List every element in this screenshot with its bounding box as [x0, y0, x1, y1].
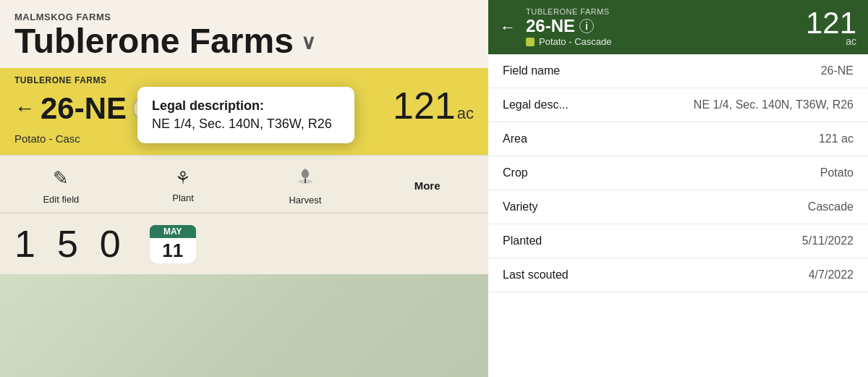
back-arrow-icon[interactable]: ←: [14, 97, 35, 120]
left-header: MALMSKOG FARMS Tublerone Farms ∨: [0, 0, 488, 68]
right-header-info: TUBLERONE FARMS 26-NE i Potato - Cascade: [526, 7, 799, 47]
detail-row[interactable]: Crop Potato: [488, 156, 868, 190]
farm-name-large: Tublerone Farms ∨: [14, 22, 474, 61]
more-button[interactable]: More: [399, 179, 456, 192]
pencil-icon: ✎: [53, 167, 69, 190]
more-label: More: [414, 179, 441, 192]
detail-row[interactable]: Last scouted 4/7/2022: [488, 258, 868, 292]
chevron-down-icon[interactable]: ∨: [301, 32, 316, 54]
right-back-arrow-icon[interactable]: ←: [500, 18, 516, 37]
detail-row[interactable]: Area 121 ac: [488, 122, 868, 156]
right-field-number: 26-NE i: [526, 16, 799, 36]
field-strip-label: TUBLERONE FARMS: [14, 75, 474, 85]
plant-icon: ⚘: [175, 168, 191, 188]
harvest-icon: [295, 166, 315, 190]
detail-key: Legal desc...: [503, 98, 694, 111]
right-crop: Potato - Cascade: [526, 36, 799, 47]
right-area: 121: [806, 6, 856, 40]
detail-key: Crop: [503, 166, 820, 179]
detail-row[interactable]: Field name 26-NE: [488, 54, 868, 88]
detail-row[interactable]: Variety Cascade: [488, 190, 868, 224]
field-area-unit: ac: [457, 96, 474, 131]
left-panel: MALMSKOG FARMS Tublerone Farms ∨ TUBLERO…: [0, 0, 488, 377]
detail-value: 4/7/2022: [809, 268, 854, 281]
plant-label: Plant: [172, 192, 194, 203]
action-bar: ✎ Edit field ⚘ Plant Harvest More: [0, 155, 488, 213]
detail-key: Field name: [503, 64, 821, 77]
calendar-month: MAY: [150, 225, 196, 238]
right-header: ← TUBLERONE FARMS 26-NE i Potato - Casca…: [488, 0, 868, 54]
detail-row[interactable]: Planted 5/11/2022: [488, 224, 868, 258]
legal-tooltip-text: NE 1/4, Sec. 140N, T36W, R26: [152, 117, 340, 132]
field-number: 26-NE: [41, 93, 127, 124]
detail-key: Last scouted: [503, 268, 809, 281]
legal-tooltip-title: Legal description:: [152, 98, 340, 114]
crop-color-dot: [526, 38, 535, 46]
right-field-num-text: 26-NE: [526, 16, 575, 36]
detail-value: NE 1/4, Sec. 140N, T36W, R26: [694, 98, 854, 111]
farm-name-small: MALMSKOG FARMS: [14, 12, 474, 22]
field-area: 121: [393, 87, 456, 124]
right-area-container: 121 ac: [806, 8, 856, 47]
right-info-icon[interactable]: i: [579, 19, 594, 33]
edit-field-button[interactable]: ✎ Edit field: [32, 167, 90, 205]
harvest-label: Harvest: [289, 195, 321, 206]
farm-name-text: Tublerone Farms: [14, 22, 294, 61]
bottom-area: 1 5 0 MAY 11: [0, 213, 488, 274]
detail-key: Planted: [503, 234, 802, 247]
right-panel: ← TUBLERONE FARMS 26-NE i Potato - Casca…: [488, 0, 868, 377]
detail-row[interactable]: Legal desc... NE 1/4, Sec. 140N, T36W, R…: [488, 88, 868, 122]
field-details-list: Field name 26-NE Legal desc... NE 1/4, S…: [488, 54, 868, 377]
calendar-day: 11: [150, 238, 196, 263]
plant-button[interactable]: ⚘ Plant: [154, 168, 212, 203]
bottom-num-3: 0: [100, 222, 121, 266]
right-crop-text: Potato - Cascade: [539, 36, 611, 47]
bottom-num-1: 1: [14, 222, 35, 266]
edit-field-label: Edit field: [43, 194, 79, 205]
bottom-num-2: 5: [57, 222, 78, 266]
detail-value: 5/11/2022: [802, 234, 854, 247]
legal-description-tooltip: Legal description: NE 1/4, Sec. 140N, T3…: [137, 87, 354, 143]
detail-value: Cascade: [808, 200, 854, 213]
right-farm-name: TUBLERONE FARMS: [526, 7, 799, 16]
detail-value: 26-NE: [821, 64, 854, 77]
detail-value: Potato: [820, 166, 854, 179]
detail-key: Variety: [503, 200, 808, 213]
detail-value: 121 ac: [819, 132, 854, 145]
harvest-button[interactable]: Harvest: [276, 166, 334, 206]
calendar-badge: MAY 11: [150, 225, 196, 263]
detail-key: Area: [503, 132, 819, 145]
